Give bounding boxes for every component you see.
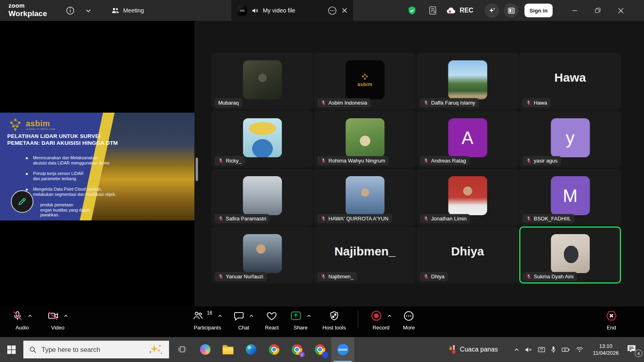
end-meeting-button[interactable]: End bbox=[605, 309, 617, 331]
slide-bullet: Mengelola Data Point Cloud mentah, melak… bbox=[22, 187, 117, 197]
security-shield-button[interactable] bbox=[405, 0, 419, 21]
participant-tile[interactable]: HAWA' QURROTA A'YUN bbox=[314, 169, 416, 226]
taskbar-clock[interactable]: 13:10 11/04/2026 bbox=[593, 343, 619, 356]
screen-cast-icon[interactable] bbox=[538, 346, 545, 353]
captions-button[interactable] bbox=[425, 0, 440, 21]
share-options-chevron-icon[interactable] bbox=[307, 314, 311, 318]
gallery-scrollbar[interactable] bbox=[196, 158, 198, 181]
participant-name: BSOK_FADHIIL bbox=[534, 216, 571, 222]
participant-tile[interactable]: Dhiya Dhiya bbox=[417, 226, 518, 284]
notification-count-badge: 4 bbox=[635, 350, 642, 357]
battery-icon[interactable] bbox=[561, 347, 570, 353]
chevron-down-icon bbox=[85, 8, 91, 14]
participant-name: Ricky_ bbox=[226, 158, 242, 164]
chrome-app-button[interactable] bbox=[262, 337, 285, 362]
chrome-profile3-button[interactable] bbox=[308, 337, 331, 362]
chrome-profile2-button[interactable]: y bbox=[285, 337, 308, 362]
participant-avatar bbox=[243, 234, 282, 273]
participant-tile[interactable]: Yanuar Nurfauzi bbox=[211, 226, 313, 284]
record-button[interactable]: Record bbox=[370, 309, 392, 331]
sign-in-label: Sign in bbox=[530, 8, 548, 14]
zoom-app-button[interactable]: zoom bbox=[331, 337, 354, 362]
hot-weather-icon bbox=[447, 344, 457, 355]
slide-bullet: Merencanakan dan Melaksanakan akuisisi d… bbox=[22, 155, 117, 165]
chat-options-chevron-icon[interactable] bbox=[249, 314, 254, 318]
participant-name-pill: Dhiya bbox=[420, 272, 448, 281]
recording-indicator[interactable]: REC bbox=[443, 0, 477, 21]
participant-tile[interactable]: M BSOK_FADHIIL bbox=[519, 169, 621, 226]
copilot-app-button[interactable] bbox=[194, 337, 217, 362]
muted-mic-icon bbox=[526, 216, 531, 221]
participants-button[interactable]: 16 Participants bbox=[192, 309, 222, 331]
participant-tile[interactable]: A Andreas Ratag bbox=[417, 111, 518, 168]
participant-tile[interactable]: y yasir agus bbox=[519, 111, 621, 168]
zoom-app-icon: zoom bbox=[337, 344, 349, 355]
participant-name: Asbim Indonesia bbox=[328, 100, 367, 106]
task-view-button[interactable] bbox=[171, 337, 194, 362]
tab-file-label: My video file bbox=[263, 7, 295, 14]
search-highlights-sparkle-icon[interactable] bbox=[148, 343, 163, 356]
more-ellipsis-icon bbox=[403, 310, 415, 322]
more-button[interactable]: More bbox=[403, 309, 415, 331]
tab-meeting[interactable]: Meeting bbox=[105, 0, 150, 21]
participant-tile[interactable]: Safira Paramastri bbox=[211, 169, 313, 226]
annotate-button[interactable] bbox=[11, 190, 33, 213]
shared-screen-view: asbim ACADEMY OF SPATIAL & BIM PELATIHAN… bbox=[0, 21, 194, 306]
participant-tile[interactable]: Mubaraq bbox=[211, 53, 313, 110]
react-button[interactable]: React bbox=[265, 309, 279, 331]
meeting-info-button[interactable] bbox=[63, 0, 77, 21]
tab-more-options-icon[interactable] bbox=[327, 6, 337, 16]
host-tools-button[interactable]: Host tools bbox=[322, 309, 346, 331]
window-close-button[interactable] bbox=[611, 0, 631, 21]
file-explorer-button[interactable] bbox=[217, 337, 239, 362]
end-label: End bbox=[607, 325, 616, 331]
participant-tile[interactable]: Hawa Hawa bbox=[519, 53, 621, 110]
search-input[interactable] bbox=[41, 346, 143, 354]
video-options-chevron-icon[interactable] bbox=[64, 314, 68, 318]
logo-zoom-text: zoom bbox=[8, 2, 47, 8]
meeting-toolbar: Audio Video 16 Participants bbox=[0, 306, 644, 337]
participant-tile[interactable]: Daffa Faruq Islamy bbox=[417, 53, 518, 110]
tab-my-video-file[interactable]: My video file bbox=[231, 0, 353, 21]
audio-options-chevron-icon[interactable] bbox=[28, 314, 32, 318]
window-minimize-button[interactable] bbox=[565, 0, 585, 21]
participant-tile[interactable]: asbim Asbim Indonesia bbox=[314, 53, 416, 110]
participant-avatar bbox=[551, 234, 590, 273]
ai-companion-button[interactable] bbox=[485, 3, 499, 18]
share-button[interactable]: Share bbox=[290, 309, 311, 331]
audio-button[interactable]: Audio bbox=[12, 309, 32, 331]
participant-tile[interactable]: Ricky_ bbox=[211, 111, 313, 168]
tab-close-icon[interactable] bbox=[341, 7, 348, 14]
taskbar-search-box[interactable] bbox=[23, 341, 169, 358]
tray-expand-chevron-icon[interactable] bbox=[514, 347, 520, 353]
participant-avatar bbox=[448, 60, 487, 99]
participant-name-pill: Ricky_ bbox=[215, 156, 245, 165]
muted-mic-icon bbox=[218, 158, 223, 163]
record-options-chevron-icon[interactable] bbox=[387, 314, 392, 318]
microphone-device-icon[interactable] bbox=[551, 346, 556, 353]
participant-tile[interactable]: Rohima Wahyu Ningrum bbox=[314, 111, 416, 168]
wifi-icon[interactable] bbox=[576, 346, 584, 353]
participant-tile[interactable]: Najibmen_ Najibmen_ bbox=[314, 226, 416, 284]
video-button[interactable]: Video bbox=[47, 309, 68, 331]
asbim-avatar-label: asbim bbox=[357, 82, 372, 87]
logo-workplace-text: Workplace bbox=[8, 10, 47, 17]
participant-tile[interactable]: Jonathan Limin bbox=[417, 169, 518, 226]
asbim-network-icon bbox=[8, 117, 23, 132]
participant-name: Andreas Ratag bbox=[431, 158, 466, 164]
participant-name-pill: Mubaraq bbox=[215, 98, 242, 107]
view-layout-button[interactable] bbox=[504, 3, 518, 18]
participant-tile-active-speaker[interactable]: Sukma Dyah Aini bbox=[519, 226, 621, 284]
edge-app-button[interactable] bbox=[239, 337, 262, 362]
share-screen-icon bbox=[290, 310, 302, 322]
titlebar-dropdown-button[interactable] bbox=[81, 0, 95, 21]
taskbar-weather-widget[interactable]: Cuaca panas bbox=[447, 344, 498, 355]
start-button[interactable] bbox=[0, 337, 23, 362]
window-restore-button[interactable] bbox=[588, 0, 608, 21]
participants-options-chevron-icon[interactable] bbox=[218, 314, 222, 318]
chrome-profile-badge: y bbox=[299, 352, 305, 357]
chat-button[interactable]: Chat bbox=[233, 309, 254, 331]
notification-center-button[interactable]: 4 bbox=[626, 344, 640, 355]
sign-in-button[interactable]: Sign in bbox=[524, 4, 553, 17]
volume-muted-icon[interactable] bbox=[525, 346, 533, 353]
